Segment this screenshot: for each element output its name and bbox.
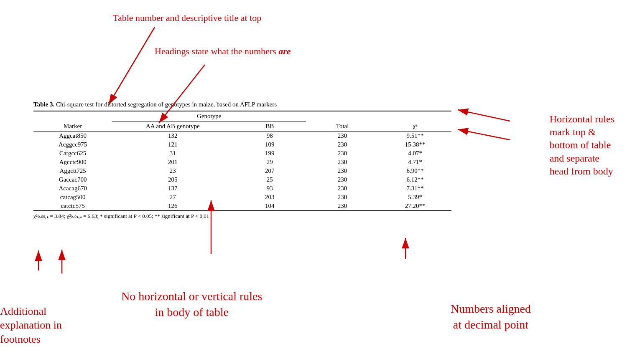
cell-marker-8: catctc575 xyxy=(33,202,112,211)
additional-line1: Additional xyxy=(0,305,46,317)
cell-chi-7: 5.39* xyxy=(379,193,451,202)
horiz-rules-line5: head from body xyxy=(550,166,613,177)
horiz-rules-line1: Horizontal rules xyxy=(550,114,614,124)
cell-marker-7: catcag500 xyxy=(33,193,112,202)
table-row: Aggctt725 23 207 230 6.90** xyxy=(33,167,451,175)
col-header-total: Total xyxy=(306,121,379,131)
cell-bb-5: 25 xyxy=(233,175,306,184)
numbers-line2: at decimal point xyxy=(453,318,528,331)
no-rules-line2: in body of table xyxy=(155,306,229,318)
additional-line3: footnotes xyxy=(0,333,41,345)
table-top-rule-row: Genotype xyxy=(33,111,451,121)
cell-marker-1: Acggcc975 xyxy=(33,140,112,149)
genotype-header: Genotype xyxy=(112,111,306,121)
table-row: Agcctc900 201 29 230 4.71* xyxy=(33,158,451,167)
svg-line-5 xyxy=(458,129,510,140)
cell-bb-0: 98 xyxy=(233,131,306,141)
table-title-text: Chi-square test for distorted segregatio… xyxy=(54,101,277,108)
cell-aa-8: 126 xyxy=(112,202,233,211)
cell-marker-0: Aggcat850 xyxy=(33,131,112,141)
horiz-rules-line4: and separate xyxy=(550,153,599,164)
annotation-horiz-rules: Horizontal rules mark top & bottom of ta… xyxy=(550,113,614,178)
annotation-headings: Headings state what the numbers are xyxy=(155,46,291,57)
table-row: Gaccac700 205 25 230 6.12** xyxy=(33,175,451,184)
annotation-additional: Additional explanation in footnotes xyxy=(0,304,62,346)
cell-total-1: 230 xyxy=(306,140,379,149)
col-header-chi: χ² xyxy=(379,121,451,131)
annotation-no-rules: No horizontal or vertical rules in body … xyxy=(121,288,262,320)
cell-chi-0: 9.51** xyxy=(379,131,451,141)
cell-total-4: 230 xyxy=(306,167,379,175)
svg-line-2 xyxy=(109,27,155,104)
table-row: catcag500 27 203 230 5.39* xyxy=(33,193,451,202)
cell-bb-2: 199 xyxy=(233,149,306,158)
col-header-marker: Marker xyxy=(33,121,112,131)
cell-marker-5: Gaccac700 xyxy=(33,175,112,184)
cell-bb-3: 29 xyxy=(233,158,306,167)
numbers-line1: Numbers aligned xyxy=(451,302,531,315)
table-row: Aggcat850 132 98 230 9.51** xyxy=(33,131,451,141)
cell-chi-6: 7.31** xyxy=(379,184,451,193)
cell-chi-4: 6.90** xyxy=(379,167,451,175)
cell-chi-5: 6.12** xyxy=(379,175,451,184)
annotation-numbers-aligned: Numbers aligned at decimal point xyxy=(451,301,531,333)
cell-chi-2: 4.07* xyxy=(379,149,451,158)
cell-total-2: 230 xyxy=(306,149,379,158)
column-headers-row: Marker AA and AB genotype BB Total χ² xyxy=(33,121,451,131)
cell-aa-7: 27 xyxy=(112,193,233,202)
cell-bb-1: 109 xyxy=(233,140,306,149)
cell-chi-8: 27.20** xyxy=(379,202,451,211)
cell-bb-4: 207 xyxy=(233,167,306,175)
no-rules-line1: No horizontal or vertical rules xyxy=(121,290,262,303)
cell-total-6: 230 xyxy=(306,184,379,193)
cell-bb-8: 104 xyxy=(233,202,306,211)
table-row: Acacag670 137 93 230 7.31** xyxy=(33,184,451,193)
cell-marker-6: Acacag670 xyxy=(33,184,112,193)
cell-marker-2: Catgcc625 xyxy=(33,149,112,158)
cell-aa-0: 132 xyxy=(112,131,233,141)
horiz-rules-line3: bottom of table xyxy=(550,139,611,150)
cell-total-0: 230 xyxy=(306,131,379,141)
cell-total-8: 230 xyxy=(306,202,379,211)
horiz-rules-line2: mark top & xyxy=(550,126,596,137)
table-title-bold: Table 3. xyxy=(33,101,54,108)
cell-chi-3: 4.71* xyxy=(379,158,451,167)
col-header-bb: BB xyxy=(233,121,306,131)
cell-aa-5: 205 xyxy=(112,175,233,184)
table-row: Catgcc625 31 199 230 4.07* xyxy=(33,149,451,158)
cell-bb-6: 93 xyxy=(233,184,306,193)
cell-aa-4: 23 xyxy=(112,167,233,175)
col-total-empty xyxy=(306,111,379,121)
col-chi-empty xyxy=(379,111,451,121)
annotation-headings-text: Headings state what the numbers xyxy=(155,46,278,56)
cell-bb-7: 203 xyxy=(233,193,306,202)
table-row: Acggcc975 121 109 230 15.38** xyxy=(33,140,451,149)
cell-total-5: 230 xyxy=(306,175,379,184)
svg-line-4 xyxy=(458,110,510,121)
annotation-headings-bold: are xyxy=(278,46,291,56)
cell-aa-3: 201 xyxy=(112,158,233,167)
annotation-top-title: Table number and descriptive title at to… xyxy=(113,13,261,23)
table-title: Table 3. Chi-square test for distorted s… xyxy=(33,100,451,109)
table-row-last: catctc575 126 104 230 27.20** xyxy=(33,202,451,211)
cell-aa-2: 31 xyxy=(112,149,233,158)
col-header-aa: AA and AB genotype xyxy=(112,121,233,131)
cell-total-3: 230 xyxy=(306,158,379,167)
table-container: Table 3. Chi-square test for distorted s… xyxy=(33,100,451,220)
cell-aa-1: 121 xyxy=(112,140,233,149)
col-marker-empty xyxy=(33,111,112,121)
footnote: χ²₀.₀₅,₁ = 3.84; χ²₀.₀₁,₁ = 6.63; * sign… xyxy=(33,213,451,220)
cell-total-7: 230 xyxy=(306,193,379,202)
cell-marker-4: Aggctt725 xyxy=(33,167,112,175)
cell-aa-6: 137 xyxy=(112,184,233,193)
cell-marker-3: Agcctc900 xyxy=(33,158,112,167)
additional-line2: explanation in xyxy=(0,319,62,331)
cell-chi-1: 15.38** xyxy=(379,140,451,149)
data-table: Genotype Marker AA and AB genotype BB To… xyxy=(33,111,451,211)
